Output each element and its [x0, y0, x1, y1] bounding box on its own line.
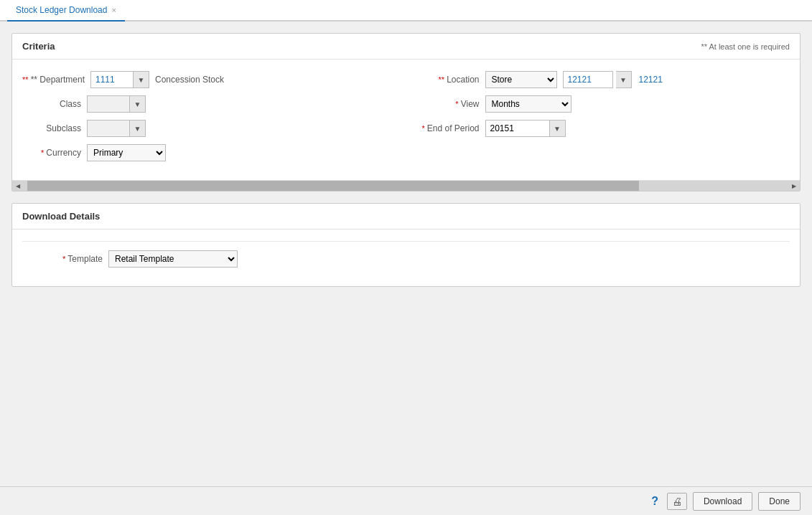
download-details-section: Download Details * Template Retail Templ…	[11, 203, 801, 287]
location-display-value: 12121	[639, 75, 663, 85]
currency-select[interactable]: Primary Secondary	[87, 144, 166, 161]
class-dropdown-btn[interactable]: ▼	[130, 95, 146, 113]
criteria-note: ** At least one is required	[701, 42, 790, 51]
subclass-row: Subclass ▼	[22, 120, 406, 137]
location-input[interactable]	[563, 71, 613, 88]
footer-bar: ? 🖨 Download Done	[0, 486, 812, 515]
view-select[interactable]: Months Weeks Days	[485, 95, 571, 113]
scrollbar-thumb[interactable]	[27, 181, 639, 191]
class-input-wrapper: ▼	[87, 95, 146, 113]
currency-row: * Currency Primary Secondary	[22, 144, 406, 161]
department-row: ** ** Department ▼ Concession Stock	[22, 71, 406, 88]
eop-required-star: *	[421, 124, 426, 133]
view-row: * View Months Weeks Days	[406, 95, 790, 113]
department-label: ** ** Department	[22, 75, 90, 85]
location-dropdown-btn[interactable]: ▼	[616, 71, 632, 88]
tab-close-icon[interactable]: ×	[111, 6, 116, 14]
tab-stock-ledger-download[interactable]: Stock Ledger Download ×	[7, 0, 125, 22]
template-label: * Template	[22, 254, 108, 264]
subclass-input[interactable]	[87, 120, 130, 137]
view-label: * View	[406, 99, 485, 109]
right-column: ** Location Store Warehouse All ▼ 12121	[406, 71, 790, 169]
left-column: ** ** Department ▼ Concession Stock Clas…	[22, 71, 406, 169]
subclass-label: Subclass	[22, 123, 87, 133]
template-row: * Template Retail Template Cost Template…	[22, 250, 790, 268]
download-details-title: Download Details	[22, 211, 100, 222]
help-button[interactable]: ?	[651, 495, 658, 508]
eop-dropdown-btn[interactable]: ▼	[550, 120, 566, 137]
class-row: Class ▼	[22, 95, 406, 113]
criteria-title: Criteria	[22, 41, 55, 52]
download-details-header: Download Details	[12, 204, 800, 230]
currency-label: * Currency	[22, 148, 87, 158]
eop-input-wrapper: ▼	[485, 120, 566, 137]
section-divider	[22, 241, 790, 242]
location-label: ** Location	[406, 75, 485, 85]
scroll-left-arrow[interactable]: ◀	[12, 181, 24, 191]
class-label: Class	[22, 99, 87, 109]
eop-input[interactable]	[485, 120, 550, 137]
subclass-input-wrapper: ▼	[87, 120, 146, 137]
print-icon: 🖨	[672, 496, 682, 507]
eop-label: * End of Period	[406, 123, 485, 133]
tab-bar: Stock Ledger Download ×	[0, 0, 812, 22]
download-button[interactable]: Download	[693, 492, 752, 511]
criteria-header: Criteria ** At least one is required	[12, 34, 800, 60]
subclass-dropdown-btn[interactable]: ▼	[130, 120, 146, 137]
location-row: ** Location Store Warehouse All ▼ 12121	[406, 71, 790, 88]
main-content: Criteria ** At least one is required ** …	[0, 22, 812, 515]
print-button[interactable]: 🖨	[667, 493, 687, 510]
department-dropdown-btn[interactable]: ▼	[134, 71, 149, 88]
department-description: Concession Stock	[155, 75, 224, 85]
horizontal-scrollbar[interactable]: ◀ ▶	[12, 180, 800, 191]
department-input-wrapper: ▼	[90, 71, 149, 88]
class-input[interactable]	[87, 95, 130, 113]
department-required-star: **	[22, 75, 31, 84]
scrollbar-track[interactable]	[24, 181, 788, 191]
criteria-section: Criteria ** At least one is required ** …	[11, 33, 801, 192]
done-button[interactable]: Done	[758, 492, 801, 511]
end-of-period-row: * End of Period ▼	[406, 120, 790, 137]
view-required-star: *	[455, 100, 460, 108]
tab-label: Stock Ledger Download	[16, 5, 107, 15]
download-details-body: * Template Retail Template Cost Template…	[12, 230, 800, 286]
location-input-wrapper: Store Warehouse All ▼ 12121	[485, 71, 663, 88]
department-input[interactable]	[90, 71, 134, 88]
template-select[interactable]: Retail Template Cost Template Open to Bu…	[108, 250, 238, 268]
location-type-select[interactable]: Store Warehouse All	[485, 71, 557, 88]
scroll-right-arrow[interactable]: ▶	[788, 181, 800, 191]
location-required-star: **	[439, 75, 447, 84]
criteria-body: ** ** Department ▼ Concession Stock Clas…	[12, 60, 800, 180]
criteria-form: ** ** Department ▼ Concession Stock Clas…	[22, 71, 790, 169]
